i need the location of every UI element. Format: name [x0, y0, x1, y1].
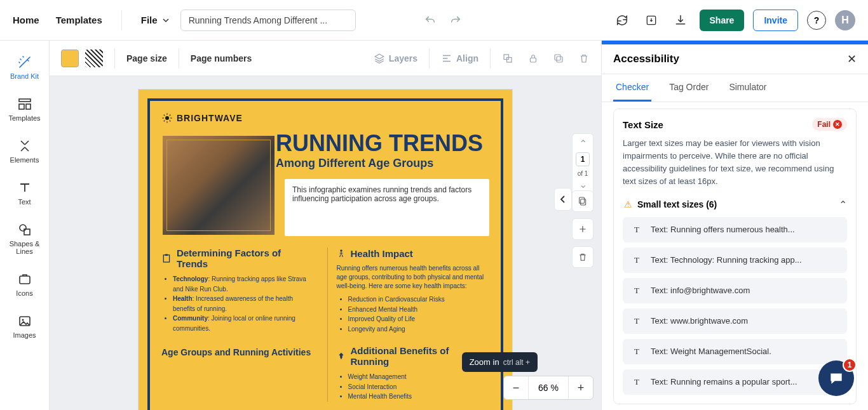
tab-tag-order[interactable]: Tag Order	[667, 74, 711, 102]
zoom-in-button[interactable]: +	[569, 376, 593, 400]
home-menu[interactable]: Home	[13, 15, 39, 25]
svg-rect-9	[504, 55, 509, 60]
export-icon[interactable]	[641, 10, 661, 30]
svg-rect-3	[26, 104, 31, 109]
page-down-button[interactable]: ⌄	[579, 178, 587, 190]
warning-icon: ⚠	[624, 199, 632, 209]
text-chip-icon: T	[630, 376, 643, 388]
pattern-swatch[interactable]	[85, 50, 103, 67]
brand-logo: BRIGHTWAVE	[161, 112, 489, 124]
delete-icon[interactable]	[578, 53, 590, 64]
zoom-value[interactable]: 66 %	[528, 376, 569, 399]
clipboard-icon	[161, 253, 172, 263]
page-tools-dock	[572, 190, 593, 268]
tab-checker[interactable]: Checker	[613, 74, 651, 102]
chat-icon	[828, 370, 844, 387]
text-icon	[17, 180, 32, 195]
svg-point-25	[340, 249, 342, 252]
zoom-out-button[interactable]: −	[504, 376, 528, 400]
doc-subtitle: Among Different Age Groups	[276, 157, 489, 170]
sidebar-label: Text	[18, 198, 31, 206]
chat-button[interactable]: 1	[818, 360, 854, 396]
svg-point-4	[20, 225, 26, 231]
svg-rect-1	[19, 99, 31, 102]
download-icon[interactable]	[670, 10, 691, 30]
sync-icon[interactable]	[612, 10, 632, 30]
issue-group-header[interactable]: ⚠ Small text sizes (6) ⌃	[624, 199, 847, 211]
sidebar-brand-kit[interactable]: Brand Kit	[0, 50, 49, 85]
lock-icon[interactable]	[527, 53, 539, 64]
notification-badge: 1	[843, 358, 857, 372]
delete-page-button[interactable]	[572, 246, 593, 268]
current-page[interactable]: 1	[576, 152, 590, 166]
main-area: Brand Kit Templates Elements Text Shapes…	[0, 41, 868, 410]
svg-rect-26	[581, 199, 586, 205]
invite-button[interactable]: Invite	[753, 10, 798, 31]
add-page-button[interactable]	[572, 218, 593, 240]
svg-rect-11	[531, 58, 536, 62]
health-heading: Health Impact	[337, 248, 490, 259]
top-right: Share Invite ? H	[612, 10, 856, 31]
document-image	[161, 135, 276, 236]
accessibility-panel: Accessibility ✕ Checker Tag Order Simula…	[601, 41, 868, 410]
shapes-icon	[17, 222, 32, 237]
sidebar-templates[interactable]: Templates	[0, 91, 49, 127]
zoom-tooltip: Zoom in ctrl alt +	[462, 352, 538, 372]
user-avatar[interactable]: H	[835, 10, 855, 30]
file-label: File	[141, 15, 158, 25]
duplicate-page-button[interactable]	[572, 190, 593, 212]
layers-icon	[374, 53, 385, 64]
panel-tabs: Checker Tag Order Simulator	[602, 74, 868, 102]
sidebar-label: Templates	[8, 114, 40, 122]
svg-line-20	[170, 121, 171, 122]
document-title-input[interactable]	[180, 10, 356, 31]
svg-rect-12	[557, 56, 562, 62]
page-size-btn[interactable]: Page size	[126, 53, 167, 63]
sidebar-text[interactable]: Text	[0, 175, 49, 211]
align-btn[interactable]: Align	[441, 53, 478, 64]
redo-button[interactable]	[450, 15, 461, 26]
text-chip-icon: T	[630, 284, 643, 297]
top-left: Home Templates File	[13, 10, 169, 30]
sidebar-elements[interactable]: Elements	[0, 133, 49, 169]
svg-rect-10	[507, 57, 512, 62]
doc-title: RUNNING TRENDS	[276, 130, 489, 157]
sidebar-shapes[interactable]: Shapes & Lines	[0, 217, 49, 260]
layers-btn[interactable]: Layers	[374, 53, 417, 64]
collapse-panel-button[interactable]	[554, 188, 572, 211]
text-chip-icon: T	[630, 345, 643, 358]
align-icon	[441, 53, 452, 64]
sidebar-images[interactable]: Images	[0, 308, 49, 344]
canvas-area[interactable]: BRIGHTWAVE RUNNING TRENDS Among Differen…	[50, 76, 601, 410]
templates-menu[interactable]: Templates	[56, 15, 102, 25]
share-button[interactable]: Share	[700, 10, 745, 31]
sidebar-icons[interactable]: Icons	[0, 267, 49, 302]
close-panel-button[interactable]: ✕	[847, 52, 857, 66]
page-up-button[interactable]: ⌃	[579, 138, 587, 150]
issue-item[interactable]: TText: Technology: Running tracking app.…	[623, 248, 847, 273]
help-button[interactable]: ?	[807, 11, 826, 30]
issue-item[interactable]: TText: www.brightwave.com	[623, 308, 847, 334]
sidebar-label: Brand Kit	[10, 72, 39, 80]
svg-rect-27	[580, 197, 585, 203]
issue-item[interactable]: TText: Running offers numerous health...	[623, 217, 847, 242]
group-icon[interactable]	[502, 53, 513, 64]
workspace: Page size Page numbers Layers Align	[50, 41, 601, 410]
page-navigator: ⌃ 1 of 1 ⌄	[572, 133, 593, 195]
top-bar: Home Templates File Share Invite ? H	[0, 0, 868, 41]
page-total: of 1	[578, 170, 588, 177]
text-chip-icon: T	[630, 254, 643, 267]
issue-item[interactable]: TText: info@brightwave.com	[623, 278, 847, 303]
fill-color-swatch[interactable]	[61, 50, 79, 67]
fail-dot-icon: ✕	[833, 120, 842, 129]
page-numbers-btn[interactable]: Page numbers	[191, 53, 252, 63]
issue-item[interactable]: TText: Running remains a popular sport..…	[623, 369, 847, 395]
tab-simulator[interactable]: Simulator	[726, 74, 769, 102]
history-controls	[424, 15, 461, 26]
issue-item[interactable]: TText: Weight ManagementSocial.	[623, 339, 847, 364]
copy-icon[interactable]	[553, 53, 564, 64]
sidebar-label: Icons	[16, 289, 32, 297]
file-menu[interactable]: File	[141, 15, 169, 25]
document-page[interactable]: BRIGHTWAVE RUNNING TRENDS Among Differen…	[138, 89, 513, 410]
undo-button[interactable]	[424, 15, 436, 26]
